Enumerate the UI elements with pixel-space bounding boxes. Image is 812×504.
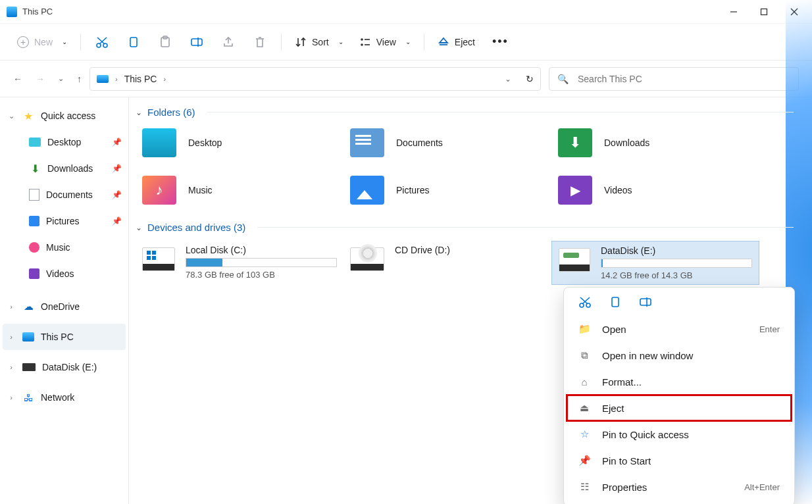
drive-icon: ⌂: [578, 376, 590, 388]
pin-icon: 📌: [112, 190, 122, 199]
svg-rect-8: [130, 38, 137, 47]
folder-downloads[interactable]: ⬇Downloads: [551, 126, 759, 160]
window-minimize-button[interactable]: [719, 0, 749, 23]
chevron-down-icon: ⌄: [136, 223, 142, 232]
pin-icon: 📌: [578, 455, 590, 466]
network-icon: 🖧: [22, 391, 34, 403]
drive-name: Local Disk (C:): [186, 245, 337, 255]
drives-group-header[interactable]: ⌄ Devices and drives (3): [136, 219, 812, 241]
sidebar-quick-access[interactable]: ⌄ ★ Quick access: [0, 103, 128, 129]
ctx-copy-button[interactable]: [609, 295, 622, 311]
breadcrumb-bar[interactable]: › This PC › ⌄ ↻: [89, 67, 541, 91]
sidebar-label: OneDrive: [41, 301, 80, 312]
nav-recent-button[interactable]: ⌄: [58, 74, 64, 83]
drive-icon: [22, 363, 36, 371]
paste-button[interactable]: [149, 30, 181, 54]
ctx-pin-quick-access[interactable]: ☆Pin to Quick access: [567, 421, 792, 447]
folders-header-label: Folders (6): [147, 107, 195, 118]
ctx-open[interactable]: 📁OpenEnter: [567, 316, 792, 342]
view-button[interactable]: View ⌄: [351, 30, 419, 54]
nav-back-button[interactable]: ←: [13, 74, 22, 84]
ctx-shortcut: Enter: [759, 324, 780, 334]
folder-name: Documents: [396, 138, 443, 148]
drive-local-c[interactable]: Local Disk (C:) 78.3 GB free of 103 GB: [136, 241, 343, 285]
nav-forward-button[interactable]: →: [36, 74, 45, 84]
videos-folder-icon: ▶: [558, 176, 592, 205]
sort-button[interactable]: Sort ⌄: [287, 30, 351, 54]
folder-name: Desktop: [188, 138, 222, 148]
chevron-down-icon: ⌄: [7, 112, 16, 120]
folder-music[interactable]: ♪Music: [136, 173, 343, 207]
drive-usage-bar: [601, 259, 752, 268]
pin-icon: 📌: [112, 164, 122, 173]
chevron-right-icon: ›: [7, 363, 16, 371]
search-box[interactable]: 🔍: [549, 67, 799, 91]
delete-button[interactable]: [244, 30, 276, 54]
sidebar-onedrive[interactable]: ›☁OneDrive: [0, 293, 128, 320]
pictures-folder-icon: [350, 176, 384, 205]
refresh-button[interactable]: ↻: [526, 74, 534, 84]
ctx-pin-start[interactable]: 📌Pin to Start: [567, 447, 792, 474]
music-folder-icon: ♪: [142, 176, 176, 205]
chevron-down-icon: ⌄: [338, 38, 343, 45]
folder-desktop[interactable]: Desktop: [136, 126, 343, 160]
new-label: New: [34, 37, 53, 47]
new-button[interactable]: + New ⌄: [9, 30, 75, 54]
onedrive-icon: ☁: [22, 301, 34, 313]
this-pc-icon: [97, 75, 109, 83]
ctx-cut-button[interactable]: [578, 295, 592, 311]
sidebar-item-videos[interactable]: Videos: [0, 261, 128, 287]
sidebar-datadisk[interactable]: ›DataDisk (E:): [0, 354, 128, 380]
drive-cd-d[interactable]: CD Drive (D:): [343, 241, 551, 285]
sidebar-network[interactable]: ›🖧Network: [0, 384, 128, 411]
sidebar-item-pictures[interactable]: Pictures📌: [0, 208, 128, 234]
external-window-icon: ⧉: [578, 349, 590, 361]
drive-free-text: 78.3 GB free of 103 GB: [186, 270, 337, 280]
breadcrumb-location[interactable]: This PC: [124, 74, 157, 84]
context-menu: 📁OpenEnter ⧉Open in new window ⌂Format..…: [563, 287, 795, 504]
folder-documents[interactable]: Documents: [343, 126, 551, 160]
sidebar-item-documents[interactable]: Documents📌: [0, 182, 128, 208]
download-icon: ⬇: [29, 163, 41, 174]
this-pc-icon: [7, 7, 17, 17]
folder-videos[interactable]: ▶Videos: [551, 173, 759, 207]
share-button[interactable]: [213, 30, 244, 54]
sidebar-item-desktop[interactable]: Desktop📌: [0, 129, 128, 155]
eject-label: Eject: [455, 37, 475, 47]
ctx-label: Open: [602, 324, 626, 335]
pictures-icon: [29, 216, 39, 226]
ctx-properties[interactable]: ☷PropertiesAlt+Enter: [567, 474, 792, 500]
documents-folder-icon: [350, 128, 384, 157]
sidebar-this-pc[interactable]: ›This PC: [3, 324, 126, 350]
this-pc-icon: [22, 332, 34, 341]
star-icon: ★: [22, 110, 34, 122]
rename-button[interactable]: [181, 30, 213, 54]
eject-icon: ⏏: [578, 402, 590, 414]
desktop-folder-icon: [142, 128, 176, 157]
ctx-format[interactable]: ⌂Format...: [567, 368, 792, 395]
sidebar-item-downloads[interactable]: ⬇Downloads📌: [0, 155, 128, 182]
breadcrumb-history-button[interactable]: ⌄: [505, 74, 511, 84]
chevron-down-icon: ⌄: [136, 108, 142, 117]
drive-name: CD Drive (D:): [395, 245, 545, 255]
ctx-rename-button[interactable]: [639, 295, 652, 311]
ctx-eject[interactable]: ⏏Eject: [567, 395, 792, 421]
search-input[interactable]: [576, 73, 790, 85]
nav-up-button[interactable]: ↑: [77, 74, 82, 84]
ctx-open-new-window[interactable]: ⧉Open in new window: [567, 342, 792, 368]
sidebar-label: Network: [41, 392, 74, 403]
ctx-label: Pin to Start: [602, 455, 651, 466]
copy-button[interactable]: [118, 30, 149, 54]
more-button[interactable]: •••: [483, 30, 518, 54]
sidebar-item-music[interactable]: Music: [0, 234, 128, 261]
sidebar-item-label: Downloads: [47, 163, 93, 174]
folder-pictures[interactable]: Pictures: [343, 173, 551, 207]
cut-button[interactable]: [86, 30, 118, 54]
window-maximize-button[interactable]: [749, 0, 779, 23]
search-icon: 🔍: [557, 74, 569, 84]
folders-group-header[interactable]: ⌄ Folders (6): [136, 104, 812, 126]
drive-datadisk-e[interactable]: DataDisk (E:) 14.2 GB free of 14.3 GB: [551, 241, 759, 285]
cd-drive-icon: [350, 247, 384, 271]
eject-button[interactable]: Eject: [430, 30, 483, 54]
properties-icon: ☷: [578, 481, 590, 493]
